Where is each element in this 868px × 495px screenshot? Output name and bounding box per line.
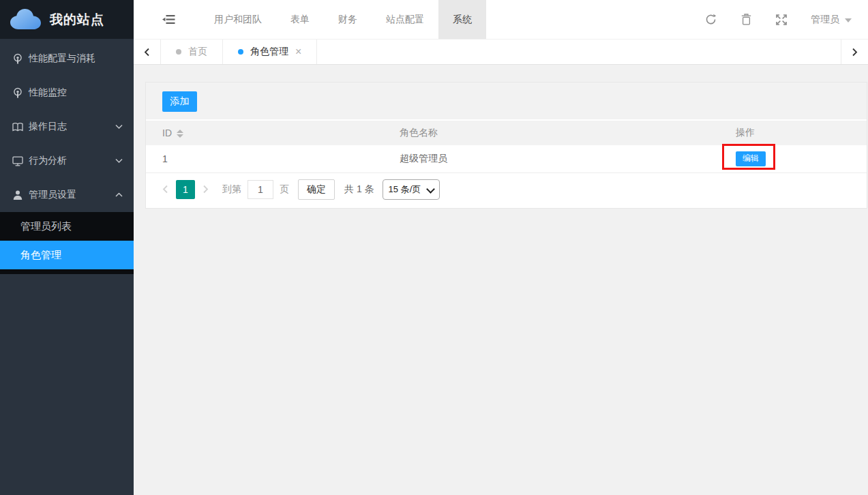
page-size-select-wrap: 15 条/页 [383,179,440,200]
column-header-role-name: 角色名称 [400,121,736,145]
sidebar: 我的站点 性能配置与消耗 性能监控 [0,0,134,495]
podcast-icon [12,87,23,98]
add-button[interactable]: 添加 [162,91,197,112]
nav-item-finance[interactable]: 财务 [324,0,372,39]
tab-home[interactable]: 首页 [161,40,223,64]
tabs-scroll-right-icon[interactable] [841,40,868,64]
cell-role-name: 超级管理员 [400,145,736,172]
roles-table: ID 角色名称 操作 1 超级管理员 编辑 [146,121,867,173]
sidebar-item-label: 性能配置与消耗 [29,52,95,65]
confirm-button[interactable]: 确定 [298,179,335,200]
page-size-select[interactable]: 15 条/页 [383,179,440,200]
tab-status-dot [238,49,243,55]
sidebar-item-performance-monitor[interactable]: 性能监控 [0,76,134,110]
sidebar-item-behavior-analysis[interactable]: 行为分析 [0,144,134,178]
column-header-id[interactable]: ID [146,121,400,145]
nav-item-system[interactable]: 系统 [438,0,486,39]
table-toolbar: 添加 [146,82,867,121]
nav-item-label: 表单 [290,14,310,26]
nav-item-label: 系统 [453,14,472,26]
submenu-item-admin-list[interactable]: 管理员列表 [0,212,134,241]
submenu-item-label: 管理员列表 [20,220,72,233]
monitor-icon [12,155,23,166]
column-label: 角色名称 [400,127,438,138]
refresh-icon[interactable] [704,14,717,26]
book-icon [12,121,23,132]
prev-page-icon[interactable] [162,185,168,194]
nav-item-site-config[interactable]: 站点配置 [372,0,438,39]
sort-icon[interactable] [177,130,183,138]
nav-item-label: 用户和团队 [214,14,262,26]
tab-status-dot [176,49,181,55]
app-window: 我的站点 性能配置与消耗 性能监控 [0,0,868,495]
next-page-icon[interactable] [203,185,209,194]
tab-role-management[interactable]: 角色管理 × [223,40,317,64]
sidebar-item-performance-config[interactable]: 性能配置与消耗 [0,42,134,76]
sidebar-collapse-icon[interactable] [162,14,175,25]
table-header-row: ID 角色名称 操作 [146,121,867,145]
main-area: 用户和团队 表单 财务 站点配置 系统 [134,0,868,495]
nav-item-users-teams[interactable]: 用户和团队 [200,0,276,39]
submenu-item-label: 角色管理 [20,249,61,262]
page-tabbar: 首页 角色管理 × [134,39,868,65]
submenu-item-role-management[interactable]: 角色管理 [0,241,134,269]
table-row: 1 超级管理员 编辑 [146,145,867,172]
trash-icon[interactable] [740,14,752,26]
cell-id: 1 [146,145,400,172]
column-label: 操作 [736,127,755,138]
topnav-right-tools: 管理员 [681,14,852,26]
total-count-label: 共 1 条 [344,183,374,196]
cloud-logo-icon [10,9,41,30]
nav-item-label: 财务 [338,14,357,26]
sidebar-item-operation-log[interactable]: 操作日志 [0,110,134,144]
sidebar-item-label: 管理员设置 [29,189,76,201]
nav-item-forms[interactable]: 表单 [276,0,324,39]
tabs-scroll-left-icon[interactable] [134,40,161,64]
sidebar-submenu: 管理员列表 角色管理 [0,212,134,274]
top-nav-items: 用户和团队 表单 财务 站点配置 系统 [200,0,486,39]
page-number-input[interactable] [248,180,273,199]
nav-item-label: 站点配置 [386,14,424,26]
fullscreen-icon[interactable] [775,14,788,26]
tab-label: 角色管理 [250,46,288,58]
cell-actions: 编辑 [736,145,867,172]
current-page-button[interactable]: 1 [176,180,195,199]
podcast-icon [12,53,23,64]
tab-close-icon[interactable]: × [295,46,301,57]
site-title: 我的站点 [50,11,104,29]
chevron-down-icon [115,125,123,130]
sidebar-item-label: 行为分析 [29,155,67,167]
goto-page-label: 到第 [222,183,241,196]
sidebar-item-label: 操作日志 [29,121,67,133]
site-logo[interactable]: 我的站点 [0,0,134,39]
column-header-actions: 操作 [736,121,867,145]
sidebar-item-admin-settings[interactable]: 管理员设置 [0,178,134,212]
chevron-up-icon [115,193,123,198]
pagination-bar: 1 到第 页 确定 共 1 条 15 条/页 [146,173,867,208]
edit-button[interactable]: 编辑 [736,151,766,166]
top-navbar: 用户和团队 表单 财务 站点配置 系统 [134,0,868,39]
column-label: ID [162,127,172,138]
page-unit-label: 页 [280,183,289,196]
user-dropdown[interactable]: 管理员 [811,14,852,26]
user-icon [12,190,23,200]
sidebar-nav: 性能配置与消耗 性能监控 操作日志 [0,39,134,212]
chevron-down-icon [115,159,123,164]
caret-down-icon [845,18,852,22]
content-area: 添加 ID 角色名称 操作 [134,65,868,495]
role-panel: 添加 ID 角色名称 操作 [145,82,867,209]
tab-label: 首页 [188,46,207,58]
sidebar-item-label: 性能监控 [29,87,67,99]
user-name-label: 管理员 [811,14,839,26]
